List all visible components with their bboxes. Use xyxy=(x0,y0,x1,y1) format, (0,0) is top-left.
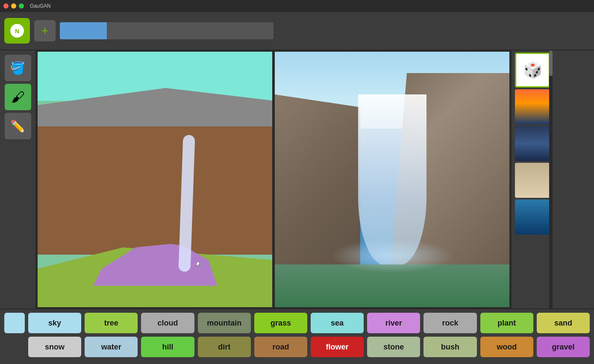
gen-mist xyxy=(330,239,454,273)
thumbnail-dark[interactable] xyxy=(515,126,550,161)
sky-label-button[interactable]: sky xyxy=(28,313,81,333)
scrollbar-thumb[interactable] xyxy=(549,50,553,76)
sand-label-button[interactable]: sand xyxy=(537,313,590,333)
left-toolbar: 🪣 🖌 ✏️ xyxy=(0,50,36,308)
active-tab[interactable] xyxy=(60,22,107,39)
snow-label-button[interactable]: snow xyxy=(28,337,81,357)
brush-tool-button[interactable]: 🖌 xyxy=(5,84,31,110)
pencil-icon: ✏️ xyxy=(10,119,25,133)
road-label-button[interactable]: road xyxy=(254,337,307,357)
pencil-tool-button[interactable]: ✏️ xyxy=(5,113,31,139)
wood-label-button[interactable]: wood xyxy=(480,337,533,357)
dirt-segment xyxy=(38,126,272,255)
cloud-label-button[interactable]: cloud xyxy=(141,313,194,333)
main-area: 🪣 🖌 ✏️ 🎲 xyxy=(0,50,594,308)
right-panel: 🎲 xyxy=(511,50,553,308)
thumbnail-die[interactable]: 🎲 xyxy=(515,53,550,88)
mountain-label-button[interactable]: mountain xyxy=(198,313,251,333)
maximize-button[interactable] xyxy=(19,3,24,9)
tab-bar xyxy=(60,22,273,39)
hill-label-button[interactable]: hill xyxy=(141,337,194,357)
svg-text:N: N xyxy=(15,28,19,35)
thumbnail-wave[interactable] xyxy=(515,200,550,235)
rock-label-button[interactable]: rock xyxy=(423,313,476,333)
water-label-button[interactable]: water xyxy=(85,337,138,357)
bush-label-button[interactable]: bush xyxy=(423,337,476,357)
brush-icon: 🖌 xyxy=(11,89,25,105)
dirt-label-button[interactable]: dirt xyxy=(198,337,251,357)
nvidia-icon: N xyxy=(9,22,26,39)
scrollbar-track xyxy=(549,50,553,308)
thumbnail-sunset[interactable] xyxy=(515,89,550,124)
active-color-swatch[interactable] xyxy=(4,313,25,333)
thumbnail-cloud[interactable] xyxy=(515,163,550,198)
river-label-button[interactable]: river xyxy=(367,313,420,333)
close-button[interactable] xyxy=(3,3,9,9)
palette-row-1: sky tree cloud mountain grass sea river … xyxy=(4,313,590,333)
sea-label-button[interactable]: sea xyxy=(311,313,364,333)
fill-tool-button[interactable]: 🪣 xyxy=(5,55,31,81)
fill-icon: 🪣 xyxy=(10,61,25,75)
tree-label-button[interactable]: tree xyxy=(85,313,138,333)
stone-label-button[interactable]: stone xyxy=(367,337,420,357)
minimize-button[interactable] xyxy=(11,3,16,9)
spacer xyxy=(4,337,25,357)
toolbar: N + xyxy=(0,12,594,50)
palette-row-2: snow water hill dirt road flower stone b… xyxy=(4,337,590,357)
die-icon: 🎲 xyxy=(523,61,542,79)
generated-canvas xyxy=(273,50,511,308)
add-button[interactable]: + xyxy=(34,20,56,41)
grass-label-button[interactable]: grass xyxy=(254,313,307,333)
app-title: GauGAN xyxy=(30,3,51,9)
drawing-canvas[interactable] xyxy=(36,50,273,308)
inactive-tab[interactable] xyxy=(107,22,273,39)
title-bar: GauGAN xyxy=(0,0,594,12)
nvidia-logo: N xyxy=(4,18,30,44)
flower-label-button[interactable]: flower xyxy=(311,337,364,357)
gravel-label-button[interactable]: gravel xyxy=(537,337,590,357)
plant-label-button[interactable]: plant xyxy=(480,313,533,333)
palette: sky tree cloud mountain grass sea river … xyxy=(0,308,594,364)
